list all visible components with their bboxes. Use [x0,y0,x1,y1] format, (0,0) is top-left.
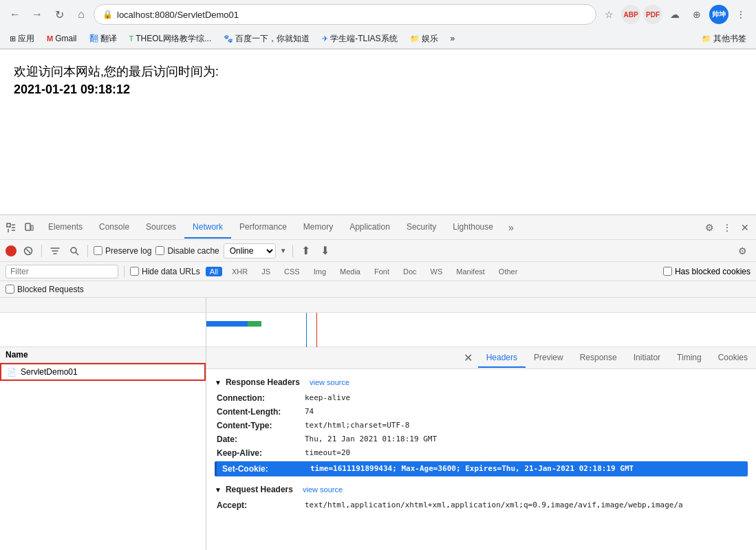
file-icon: 📄 [7,368,17,377]
bookmark-baidu[interactable]: 🐾 百度一下，你就知道 [219,32,314,46]
tlias-icon: ✈ [322,34,328,43]
toolbar-separator-2 [87,245,88,257]
forward-button[interactable]: → [28,5,47,24]
clear-button[interactable] [21,243,36,258]
svg-line-4 [26,249,30,253]
svg-rect-0 [7,223,10,227]
bookmark-apps[interactable]: ⊞ 应用 [6,32,39,46]
detail-tab-headers[interactable]: Headers [478,349,526,368]
bookmark-entertainment[interactable]: 📁 娱乐 [406,32,442,46]
bookmarks-bar: ⊞ 应用 M Gmail 翻 翻译 T THEOL网络教学综... 🐾 百度一下… [0,29,756,49]
tab-console[interactable]: Console [91,217,138,239]
timeline-line-red [316,313,317,347]
filter-separator [124,266,125,277]
filter-ws-button[interactable]: WS [426,267,447,276]
baidu-icon: 🐾 [224,34,233,43]
address-bar[interactable]: 🔒 localhost:8080/ServletDemo01 [94,4,596,25]
svg-line-6 [76,252,78,255]
filter-other-button[interactable]: Other [495,267,522,276]
address-text: localhost:8080/ServletDemo01 [117,10,587,20]
detail-tab-timing[interactable]: Timing [669,349,710,368]
browser-chrome: ← → ↻ ⌂ 🔒 localhost:8080/ServletDemo01 ☆… [0,0,756,50]
back-button[interactable]: ← [6,5,25,24]
device-toolbar-button[interactable] [21,219,37,236]
requests-panel: Name 📄 ServletDemo01 ✕ Headers Preview R… [0,347,756,550]
timeline-bar-blue [206,321,248,327]
devtools-menu-button[interactable]: ⋮ [719,219,735,236]
detail-tab-response[interactable]: Response [572,349,625,368]
bookmark-button[interactable]: ☆ [599,5,618,24]
header-keep-alive: Keep-Alive: timeout=20 [215,446,748,460]
pdf-ext-button[interactable]: PDF [643,5,662,24]
hide-data-urls-checkbox[interactable]: Hide data URLs [130,267,200,276]
header-content-length: Content-Length: 74 [215,405,748,419]
tab-network[interactable]: Network [184,217,231,239]
refresh-button[interactable]: ↻ [50,5,69,24]
bookmark-gmail[interactable]: M Gmail [43,32,81,45]
request-headers-section-header: ▼ Request Headers view source [215,485,748,494]
filter-font-button[interactable]: Font [370,267,393,276]
export-har-button[interactable]: ⬇ [318,243,333,258]
tab-memory[interactable]: Memory [295,217,341,239]
blocked-requests-checkbox[interactable]: Blocked Requests [6,285,84,294]
record-button[interactable] [6,245,17,256]
search-button[interactable] [67,243,82,258]
extensions-button[interactable]: ⊕ [687,5,706,24]
apps-icon: ⊞ [10,34,16,43]
tab-elements[interactable]: Elements [40,217,91,239]
svg-point-5 [71,248,76,253]
tab-application[interactable]: Application [341,217,398,239]
devtools-settings-button[interactable]: ⚙ [701,219,717,236]
bookmark-theol[interactable]: T THEOL网络教学综... [125,32,216,46]
network-toolbar: Preserve log Disable cache Online Fast 3… [0,240,756,262]
tab-lighthouse[interactable]: Lighthouse [444,217,501,239]
bookmark-more[interactable]: » [446,32,460,45]
response-headers-chevron: ▼ [215,379,222,386]
bookmark-translate[interactable]: 翻 翻译 [85,31,121,46]
name-column: Name 📄 ServletDemo01 [0,347,206,550]
detail-panel: ✕ Headers Preview Response Initiator Tim… [206,347,756,550]
request-item-servletdemo01[interactable]: 📄 ServletDemo01 [0,363,206,381]
disable-cache-checkbox[interactable]: Disable cache [155,246,219,256]
throttle-select[interactable]: Online Fast 3G Slow 3G [224,243,276,258]
bookmark-others[interactable]: 📁 其他书签 [698,32,750,46]
inspect-element-button[interactable] [3,219,19,236]
timeline-label-area [0,298,206,312]
filter-input[interactable] [6,265,118,278]
has-blocked-cookies-checkbox[interactable]: Has blocked cookies [663,267,750,276]
filter-xhr-button[interactable]: XHR [228,267,252,276]
devtools-right-icons: ⚙ ⋮ ✕ [701,219,753,236]
menu-button[interactable]: ⋮ [731,5,750,24]
network-settings-button[interactable]: ⚙ [734,243,750,259]
detail-close-button[interactable]: ✕ [462,351,475,365]
request-headers-chevron: ▼ [215,486,222,494]
preserve-log-checkbox[interactable]: Preserve log [94,246,151,256]
filter-bar: Hide data URLs All XHR JS CSS Img Media … [0,262,756,281]
filter-img-button[interactable]: Img [310,267,330,276]
import-har-button[interactable]: ⬆ [299,243,314,258]
filter-manifest-button[interactable]: Manifest [452,267,489,276]
home-button[interactable]: ⌂ [72,5,91,24]
tab-security[interactable]: Security [398,217,444,239]
devtools-close-button[interactable]: ✕ [737,219,753,236]
theol-icon: T [129,34,134,43]
detail-tab-cookies[interactable]: Cookies [710,349,756,368]
bookmark-tlias[interactable]: ✈ 学生端-TLIAS系统 [318,32,401,46]
filter-all-button[interactable]: All [206,267,222,276]
tab-sources[interactable]: Sources [138,217,184,239]
tab-performance[interactable]: Performance [231,217,295,239]
detail-tab-initiator[interactable]: Initiator [625,349,669,368]
abp-ext-button[interactable]: ABP [621,5,640,24]
more-tabs-button[interactable]: » [503,219,519,236]
filter-toggle-button[interactable] [47,243,63,258]
filter-media-button[interactable]: Media [336,267,365,276]
filter-doc-button[interactable]: Doc [399,267,421,276]
filter-css-button[interactable]: CSS [280,267,304,276]
avatar[interactable]: 帅坤 [709,5,728,24]
cloud-ext-button[interactable]: ☁ [665,5,684,24]
timeline-header: 10 ms 20 ms 30 ms 40 ms 50 ms 60 ms 70 m… [0,298,756,313]
filter-js-button[interactable]: JS [257,267,274,276]
detail-tab-preview[interactable]: Preview [526,349,572,368]
timeline-chart [206,313,756,346]
page-content: 欢迎访问本网站,您的最后访问时间为: 2021-01-21 09:18:12 [0,50,756,214]
